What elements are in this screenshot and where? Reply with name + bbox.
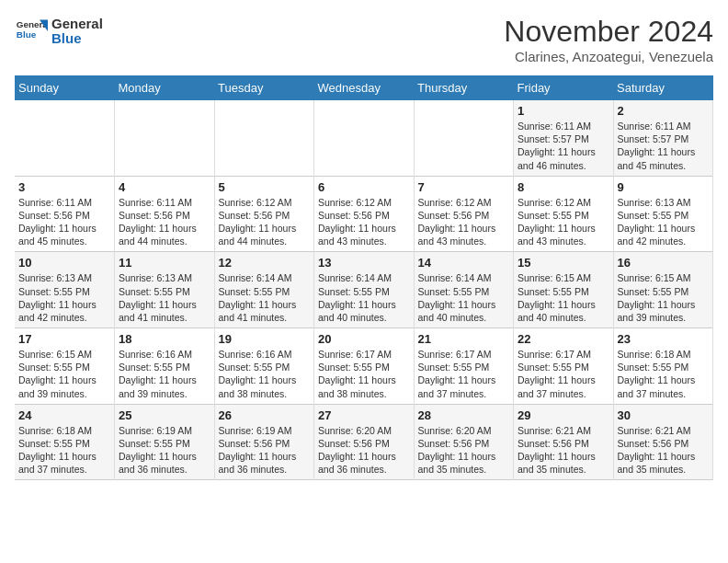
day-number: 30 bbox=[618, 408, 710, 422]
day-info: Sunrise: 6:11 AM Sunset: 5:57 PM Dayligh… bbox=[518, 120, 609, 172]
weekday-header-monday: Monday bbox=[115, 75, 215, 100]
calendar-cell: 23Sunrise: 6:18 AM Sunset: 5:55 PM Dayli… bbox=[613, 328, 713, 405]
day-number: 9 bbox=[618, 180, 710, 194]
day-number: 1 bbox=[518, 104, 609, 118]
day-info: Sunrise: 6:14 AM Sunset: 5:55 PM Dayligh… bbox=[418, 271, 510, 324]
calendar-week-5: 24Sunrise: 6:18 AM Sunset: 5:55 PM Dayli… bbox=[15, 404, 713, 480]
calendar-cell: 28Sunrise: 6:20 AM Sunset: 5:56 PM Dayli… bbox=[414, 404, 514, 480]
day-info: Sunrise: 6:18 AM Sunset: 5:55 PM Dayligh… bbox=[18, 424, 110, 477]
day-info: Sunrise: 6:15 AM Sunset: 5:55 PM Dayligh… bbox=[18, 348, 110, 400]
day-number: 4 bbox=[119, 180, 210, 194]
calendar-week-3: 10Sunrise: 6:13 AM Sunset: 5:55 PM Dayli… bbox=[15, 252, 713, 328]
weekday-header-thursday: Thursday bbox=[414, 75, 514, 100]
calendar-cell bbox=[214, 100, 314, 176]
day-info: Sunrise: 6:16 AM Sunset: 5:55 PM Dayligh… bbox=[219, 348, 311, 400]
calendar-cell: 26Sunrise: 6:19 AM Sunset: 5:56 PM Dayli… bbox=[214, 404, 314, 480]
day-info: Sunrise: 6:14 AM Sunset: 5:55 PM Dayligh… bbox=[318, 271, 410, 324]
day-info: Sunrise: 6:15 AM Sunset: 5:55 PM Dayligh… bbox=[618, 271, 710, 324]
day-info: Sunrise: 6:16 AM Sunset: 5:55 PM Dayligh… bbox=[119, 348, 210, 400]
calendar-cell: 29Sunrise: 6:21 AM Sunset: 5:56 PM Dayli… bbox=[514, 404, 614, 480]
month-title: November 2024 bbox=[504, 15, 713, 49]
day-info: Sunrise: 6:11 AM Sunset: 5:56 PM Dayligh… bbox=[119, 196, 210, 248]
calendar-cell: 19Sunrise: 6:16 AM Sunset: 5:55 PM Dayli… bbox=[214, 328, 314, 405]
calendar-cell: 21Sunrise: 6:17 AM Sunset: 5:55 PM Dayli… bbox=[414, 328, 514, 405]
calendar-cell: 6Sunrise: 6:12 AM Sunset: 5:56 PM Daylig… bbox=[314, 176, 415, 252]
weekday-header-wednesday: Wednesday bbox=[314, 75, 415, 100]
day-number: 15 bbox=[518, 256, 609, 270]
calendar-cell: 2Sunrise: 6:11 AM Sunset: 5:57 PM Daylig… bbox=[613, 100, 713, 176]
day-info: Sunrise: 6:14 AM Sunset: 5:55 PM Dayligh… bbox=[219, 271, 311, 324]
calendar-cell: 27Sunrise: 6:20 AM Sunset: 5:56 PM Dayli… bbox=[314, 404, 415, 480]
day-info: Sunrise: 6:17 AM Sunset: 5:55 PM Dayligh… bbox=[518, 348, 609, 400]
day-number: 25 bbox=[119, 408, 210, 422]
calendar-cell: 8Sunrise: 6:12 AM Sunset: 5:55 PM Daylig… bbox=[514, 176, 614, 252]
weekday-header-sunday: Sunday bbox=[15, 75, 115, 100]
calendar-cell: 5Sunrise: 6:12 AM Sunset: 5:56 PM Daylig… bbox=[214, 176, 314, 252]
day-number: 14 bbox=[418, 256, 510, 270]
day-info: Sunrise: 6:13 AM Sunset: 5:55 PM Dayligh… bbox=[618, 196, 710, 248]
calendar-body: 1Sunrise: 6:11 AM Sunset: 5:57 PM Daylig… bbox=[15, 100, 713, 480]
calendar-cell bbox=[115, 100, 215, 176]
calendar-cell: 14Sunrise: 6:14 AM Sunset: 5:55 PM Dayli… bbox=[414, 252, 514, 328]
calendar-cell: 18Sunrise: 6:16 AM Sunset: 5:55 PM Dayli… bbox=[115, 328, 215, 405]
day-number: 26 bbox=[219, 408, 311, 422]
day-info: Sunrise: 6:21 AM Sunset: 5:56 PM Dayligh… bbox=[618, 424, 710, 477]
day-number: 19 bbox=[219, 332, 311, 346]
day-info: Sunrise: 6:20 AM Sunset: 5:56 PM Dayligh… bbox=[318, 424, 410, 477]
calendar-cell: 7Sunrise: 6:12 AM Sunset: 5:56 PM Daylig… bbox=[414, 176, 514, 252]
calendar-cell: 22Sunrise: 6:17 AM Sunset: 5:55 PM Dayli… bbox=[514, 328, 614, 405]
day-number: 5 bbox=[219, 180, 311, 194]
day-info: Sunrise: 6:15 AM Sunset: 5:55 PM Dayligh… bbox=[518, 271, 609, 324]
day-number: 17 bbox=[18, 332, 110, 346]
calendar-cell: 13Sunrise: 6:14 AM Sunset: 5:55 PM Dayli… bbox=[314, 252, 415, 328]
day-info: Sunrise: 6:13 AM Sunset: 5:55 PM Dayligh… bbox=[18, 271, 110, 324]
calendar-table: SundayMondayTuesdayWednesdayThursdayFrid… bbox=[15, 75, 713, 480]
calendar-week-1: 1Sunrise: 6:11 AM Sunset: 5:57 PM Daylig… bbox=[15, 100, 713, 176]
day-number: 18 bbox=[119, 332, 210, 346]
day-info: Sunrise: 6:17 AM Sunset: 5:55 PM Dayligh… bbox=[418, 348, 510, 400]
logo-text-blue: Blue bbox=[51, 31, 103, 47]
day-number: 21 bbox=[418, 332, 510, 346]
day-number: 8 bbox=[518, 180, 609, 194]
day-number: 23 bbox=[618, 332, 710, 346]
calendar-cell bbox=[414, 100, 514, 176]
calendar-week-4: 17Sunrise: 6:15 AM Sunset: 5:55 PM Dayli… bbox=[15, 328, 713, 405]
calendar-cell: 24Sunrise: 6:18 AM Sunset: 5:55 PM Dayli… bbox=[15, 404, 115, 480]
day-number: 13 bbox=[318, 256, 410, 270]
day-info: Sunrise: 6:18 AM Sunset: 5:55 PM Dayligh… bbox=[618, 348, 710, 400]
day-number: 12 bbox=[219, 256, 311, 270]
calendar-cell: 16Sunrise: 6:15 AM Sunset: 5:55 PM Dayli… bbox=[613, 252, 713, 328]
day-number: 11 bbox=[119, 256, 210, 270]
day-number: 28 bbox=[418, 408, 510, 422]
calendar-cell: 3Sunrise: 6:11 AM Sunset: 5:56 PM Daylig… bbox=[15, 176, 115, 252]
calendar-cell bbox=[15, 100, 115, 176]
day-info: Sunrise: 6:19 AM Sunset: 5:55 PM Dayligh… bbox=[119, 424, 210, 477]
weekday-header-tuesday: Tuesday bbox=[214, 75, 314, 100]
day-number: 3 bbox=[18, 180, 110, 194]
day-info: Sunrise: 6:11 AM Sunset: 5:56 PM Dayligh… bbox=[18, 196, 110, 248]
calendar-cell: 9Sunrise: 6:13 AM Sunset: 5:55 PM Daylig… bbox=[613, 176, 713, 252]
day-info: Sunrise: 6:12 AM Sunset: 5:56 PM Dayligh… bbox=[219, 196, 311, 248]
location: Clarines, Anzoategui, Venezuela bbox=[504, 49, 713, 64]
day-info: Sunrise: 6:19 AM Sunset: 5:56 PM Dayligh… bbox=[219, 424, 311, 477]
calendar-cell: 1Sunrise: 6:11 AM Sunset: 5:57 PM Daylig… bbox=[514, 100, 614, 176]
day-number: 6 bbox=[318, 180, 410, 194]
calendar-cell bbox=[314, 100, 415, 176]
weekday-header-saturday: Saturday bbox=[613, 75, 713, 100]
calendar-cell: 4Sunrise: 6:11 AM Sunset: 5:56 PM Daylig… bbox=[115, 176, 215, 252]
day-info: Sunrise: 6:11 AM Sunset: 5:57 PM Dayligh… bbox=[618, 120, 710, 172]
day-info: Sunrise: 6:20 AM Sunset: 5:56 PM Dayligh… bbox=[418, 424, 510, 477]
day-number: 7 bbox=[418, 180, 510, 194]
day-info: Sunrise: 6:21 AM Sunset: 5:56 PM Dayligh… bbox=[518, 424, 609, 477]
calendar-cell: 10Sunrise: 6:13 AM Sunset: 5:55 PM Dayli… bbox=[15, 252, 115, 328]
day-number: 10 bbox=[18, 256, 110, 270]
calendar-cell: 11Sunrise: 6:13 AM Sunset: 5:55 PM Dayli… bbox=[115, 252, 215, 328]
svg-text:Blue: Blue bbox=[17, 29, 37, 40]
day-info: Sunrise: 6:13 AM Sunset: 5:55 PM Dayligh… bbox=[119, 271, 210, 324]
logo-icon: General Blue bbox=[15, 15, 48, 48]
calendar-cell: 30Sunrise: 6:21 AM Sunset: 5:56 PM Dayli… bbox=[613, 404, 713, 480]
day-number: 16 bbox=[618, 256, 710, 270]
logo: General Blue General Blue bbox=[15, 15, 103, 48]
calendar-cell: 15Sunrise: 6:15 AM Sunset: 5:55 PM Dayli… bbox=[514, 252, 614, 328]
calendar-cell: 25Sunrise: 6:19 AM Sunset: 5:55 PM Dayli… bbox=[115, 404, 215, 480]
